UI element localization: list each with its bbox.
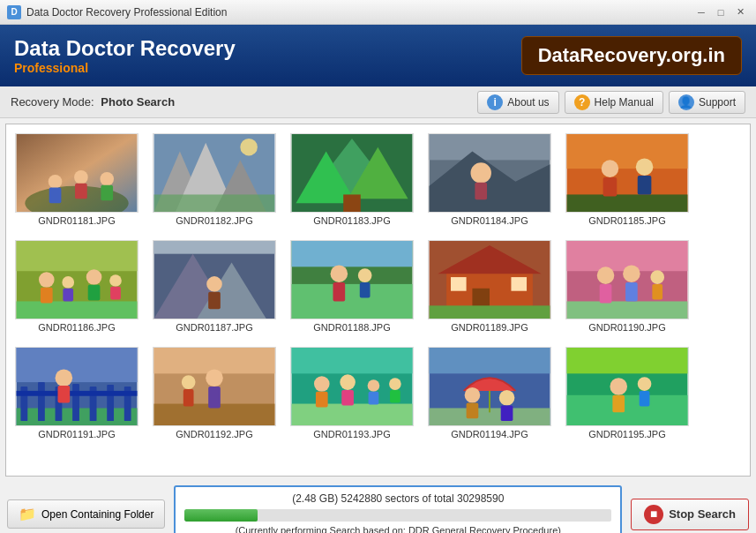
photo-item[interactable]: GNDR01194.JPG — [428, 347, 551, 439]
photo-item[interactable]: GNDR01186.JPG — [15, 240, 138, 333]
svg-rect-35 — [41, 288, 53, 304]
svg-rect-83 — [57, 386, 70, 403]
photo-thumbnail — [565, 240, 689, 319]
app-name-sub: Professional — [14, 61, 236, 75]
photo-item[interactable]: GNDR01187.JPG — [153, 240, 276, 333]
svg-rect-68 — [625, 282, 638, 302]
photo-filename: GNDR01189.JPG — [451, 322, 528, 333]
help-button[interactable]: ? Help Manual — [565, 91, 663, 114]
svg-point-67 — [623, 265, 640, 282]
svg-point-2 — [49, 175, 63, 189]
photo-item[interactable]: GNDR01190.JPG — [565, 240, 689, 333]
svg-rect-52 — [333, 282, 345, 302]
photo-filename: GNDR01185.JPG — [588, 215, 665, 226]
minimize-button[interactable]: ─ — [692, 4, 710, 20]
svg-point-82 — [56, 369, 73, 387]
svg-rect-64 — [567, 301, 688, 319]
photo-item[interactable]: GNDR01184.JPG — [428, 133, 551, 226]
svg-rect-90 — [183, 389, 194, 407]
photo-thumbnail — [15, 347, 138, 426]
svg-rect-60 — [511, 277, 527, 291]
svg-point-96 — [340, 374, 356, 390]
svg-rect-103 — [430, 348, 550, 373]
svg-rect-18 — [343, 194, 361, 212]
svg-rect-93 — [292, 404, 413, 425]
bottom-panel: 📁 Open Containing Folder (2.48 GB) 52428… — [0, 482, 756, 533]
svg-point-106 — [465, 387, 481, 403]
stop-icon: ⏹ — [644, 505, 663, 524]
svg-rect-107 — [467, 403, 479, 419]
photo-item[interactable]: GNDR01183.JPG — [290, 133, 414, 226]
photo-item[interactable]: GNDR01185.JPG — [565, 133, 689, 226]
progress-bar-bg — [184, 509, 611, 522]
svg-rect-5 — [75, 184, 87, 199]
stop-search-button[interactable]: ⏹ Stop Search — [631, 499, 749, 530]
photo-thumbnail — [290, 133, 414, 213]
photo-item[interactable]: GNDR01181.JPG — [15, 133, 138, 226]
svg-rect-77 — [72, 384, 79, 421]
photo-thumbnail — [290, 240, 414, 319]
svg-rect-75 — [38, 382, 45, 421]
progress-subtext: (Currently performing Search based on: D… — [184, 525, 611, 533]
info-icon: i — [487, 94, 503, 110]
photo-thumbnail — [428, 240, 551, 319]
photo-filename: GNDR01193.JPG — [313, 429, 390, 439]
svg-rect-92 — [292, 348, 413, 373]
svg-rect-49 — [292, 284, 413, 319]
svg-point-65 — [597, 266, 615, 284]
photo-grid: GNDR01181.JPGGNDR01182.JPGGNDR01183.JPGG… — [6, 124, 750, 448]
svg-point-113 — [610, 378, 627, 395]
svg-rect-66 — [600, 284, 612, 304]
svg-rect-79 — [107, 385, 114, 421]
svg-rect-23 — [475, 183, 487, 200]
close-button[interactable]: ✕ — [731, 4, 749, 20]
window-controls: ─ □ ✕ — [692, 4, 749, 20]
svg-point-100 — [389, 378, 401, 390]
photo-filename: GNDR01181.JPG — [38, 215, 115, 226]
svg-rect-41 — [110, 287, 121, 300]
svg-rect-33 — [17, 301, 138, 319]
svg-rect-88 — [208, 387, 221, 408]
svg-rect-7 — [101, 185, 113, 201]
svg-point-38 — [86, 269, 102, 285]
svg-rect-105 — [489, 391, 490, 412]
svg-rect-12 — [154, 194, 275, 212]
photo-thumbnail — [290, 347, 414, 426]
svg-rect-109 — [501, 406, 513, 422]
svg-rect-45 — [154, 241, 275, 254]
photo-item[interactable]: GNDR01188.JPG — [290, 240, 414, 333]
svg-point-115 — [638, 377, 652, 391]
svg-point-94 — [314, 376, 330, 392]
window-title: Data Doctor Recovery Professional Editio… — [26, 6, 692, 19]
support-button[interactable]: 👤 Support — [669, 91, 745, 114]
photo-thumbnail — [428, 347, 551, 426]
about-button[interactable]: i About us — [477, 91, 558, 114]
photo-thumbnail — [153, 133, 276, 213]
photo-item[interactable]: GNDR01191.JPG — [15, 347, 138, 439]
photo-filename: GNDR01192.JPG — [176, 429, 252, 439]
photo-item[interactable]: GNDR01192.JPG — [153, 347, 276, 439]
app-name-main: Data Doctor Recovery — [14, 36, 236, 61]
photo-filename: GNDR01190.JPG — [588, 322, 665, 333]
svg-point-69 — [650, 270, 664, 284]
svg-rect-99 — [369, 392, 379, 405]
svg-rect-54 — [360, 282, 371, 298]
photo-item[interactable]: GNDR01195.JPG — [565, 347, 689, 439]
svg-point-108 — [499, 390, 515, 406]
svg-point-89 — [182, 375, 196, 389]
title-bar: D Data Doctor Recovery Professional Edit… — [0, 0, 756, 25]
app-title: Data Doctor Recovery Professional — [14, 36, 236, 75]
nav-buttons: i About us ? Help Manual 👤 Support — [477, 91, 745, 114]
photo-item[interactable]: GNDR01189.JPG — [428, 240, 551, 333]
svg-rect-114 — [612, 395, 625, 413]
svg-rect-32 — [17, 241, 138, 271]
maximize-button[interactable]: □ — [712, 4, 730, 20]
photo-filename: GNDR01187.JPG — [176, 322, 252, 333]
photo-filename: GNDR01184.JPG — [451, 215, 528, 226]
photo-item[interactable]: GNDR01182.JPG — [153, 133, 276, 226]
svg-rect-39 — [88, 285, 101, 301]
open-folder-button[interactable]: 📁 Open Containing Folder — [7, 499, 165, 529]
photo-item[interactable]: GNDR01193.JPG — [290, 347, 414, 439]
svg-rect-112 — [567, 348, 688, 373]
svg-point-51 — [331, 265, 348, 282]
